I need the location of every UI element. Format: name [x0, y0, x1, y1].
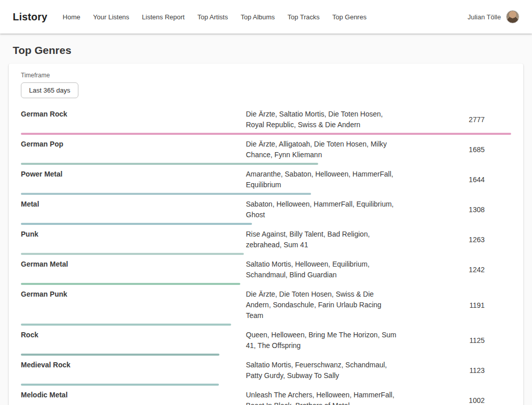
genre-row: German RockDie Ärzte, Saltatio Mortis, D…	[21, 106, 511, 136]
genre-row: RockQueen, Helloween, Bring Me The Horiz…	[21, 327, 511, 357]
genre-count: 1125	[399, 336, 511, 344]
genre-name: Melodic Metal	[21, 390, 246, 400]
genre-table-body: German RockDie Ärzte, Saltatio Mortis, D…	[21, 106, 511, 405]
top-bar: Listory Home Your Listens Listens Report…	[0, 0, 532, 34]
timeframe-select[interactable]: Last 365 days	[21, 82, 78, 98]
genre-name: German Pop	[21, 139, 246, 150]
main-nav: Home Your Listens Listens Report Top Art…	[63, 13, 379, 21]
genre-name: Punk	[21, 229, 246, 240]
genre-row: German MetalSaltatio Mortis, Helloween, …	[21, 256, 511, 286]
genre-artists: Saltatio Mortis, Helloween, Equilibrium,…	[246, 259, 399, 280]
nav-top-tracks[interactable]: Top Tracks	[288, 13, 320, 21]
app-logo[interactable]: Listory	[13, 11, 47, 23]
genre-progress-bar	[21, 193, 311, 195]
genre-count: 1002	[399, 396, 511, 404]
genre-count: 1191	[399, 301, 511, 309]
nav-home[interactable]: Home	[63, 13, 80, 21]
genre-progress-bar	[21, 253, 244, 255]
genre-artists: Saltatio Mortis, Feuerschwanz, Schandmau…	[246, 360, 399, 381]
genre-name: German Rock	[21, 109, 246, 120]
genre-progress-bar	[21, 223, 252, 225]
genre-name: German Metal	[21, 259, 246, 270]
genre-row: PunkRise Against, Billy Talent, Bad Reli…	[21, 226, 511, 256]
genre-count: 1308	[399, 206, 511, 214]
genre-row: Melodic MetalUnleash The Archers, Hellow…	[21, 387, 511, 405]
timeframe-filter: Timeframe Last 365 days	[21, 72, 511, 98]
nav-top-albums[interactable]: Top Albums	[241, 13, 275, 21]
genre-count: 1644	[399, 176, 511, 184]
main-content: Top Genres Timeframe Last 365 days Germa…	[0, 44, 532, 405]
genre-artists: Die Ärzte, Alligatoah, Die Toten Hosen, …	[246, 139, 399, 160]
genre-row: Power MetalAmaranthe, Sabaton, Helloween…	[21, 166, 511, 196]
genre-name: Rock	[21, 330, 246, 340]
genre-name: Metal	[21, 199, 246, 210]
genre-artists: Die Ärzte, Saltatio Mortis, Die Toten Ho…	[246, 109, 399, 130]
user-avatar[interactable]	[506, 10, 519, 23]
genre-row: MetalSabaton, Helloween, HammerFall, Equ…	[21, 196, 511, 226]
genre-artists: Unleash The Archers, Helloween, HammerFa…	[246, 390, 399, 405]
genre-count: 1685	[399, 146, 511, 154]
genre-progress-bar	[21, 324, 231, 326]
genre-name: Power Metal	[21, 169, 246, 180]
genre-progress-bar	[21, 133, 511, 135]
genre-count: 1263	[399, 236, 511, 244]
nav-listens-report[interactable]: Listens Report	[142, 13, 185, 21]
genres-card: Timeframe Last 365 days German RockDie Ä…	[9, 64, 523, 405]
genre-artists: Rise Against, Billy Talent, Bad Religion…	[246, 229, 399, 250]
genre-row: German PopDie Ärzte, Alligatoah, Die Tot…	[21, 136, 511, 166]
nav-top-artists[interactable]: Top Artists	[198, 13, 228, 21]
genre-table: German RockDie Ärzte, Saltatio Mortis, D…	[21, 106, 511, 405]
genre-artists: Sabaton, Helloween, HammerFall, Equilibr…	[246, 199, 399, 220]
genre-artists: Queen, Helloween, Bring Me The Horizon, …	[246, 330, 399, 351]
timeframe-label: Timeframe	[21, 72, 511, 79]
genre-progress-bar	[21, 163, 318, 165]
nav-your-listens[interactable]: Your Listens	[93, 13, 129, 21]
nav-top-genres[interactable]: Top Genres	[332, 13, 367, 21]
user-menu[interactable]: Julian Tölle	[467, 10, 519, 23]
genre-progress-bar	[21, 354, 219, 356]
genre-row: Medieval RockSaltatio Mortis, Feuerschwa…	[21, 357, 511, 387]
genre-count: 1123	[399, 366, 511, 374]
genre-count: 2777	[399, 115, 511, 124]
genre-name: German Punk	[21, 289, 246, 300]
genre-progress-bar	[21, 384, 219, 386]
genre-artists: Amaranthe, Sabaton, Helloween, HammerFal…	[246, 169, 399, 190]
genre-row: German PunkDie Ärzte, Die Toten Hosen, S…	[21, 286, 511, 327]
genre-progress-bar	[21, 283, 240, 285]
page-title: Top Genres	[13, 44, 519, 56]
genre-count: 1242	[399, 266, 511, 274]
user-name: Julian Tölle	[467, 13, 501, 21]
genre-artists: Die Ärzte, Die Toten Hosen, Swiss & Die …	[246, 289, 399, 321]
genre-name: Medieval Rock	[21, 360, 246, 370]
